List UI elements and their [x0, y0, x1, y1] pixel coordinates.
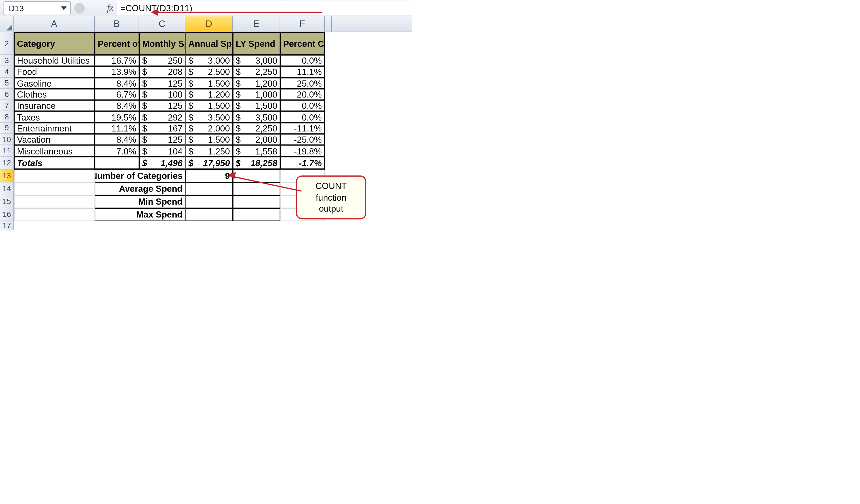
- cell-D10[interactable]: $1,500: [185, 134, 233, 145]
- cell-D15[interactable]: [185, 195, 233, 208]
- cell-D5[interactable]: $1,500: [185, 78, 233, 89]
- row-header-6[interactable]: 6: [0, 89, 14, 100]
- cell-A3[interactable]: Household Utilities: [14, 55, 95, 66]
- row-header-14[interactable]: 14: [0, 182, 14, 195]
- cell-E5[interactable]: $1,200: [233, 78, 280, 89]
- cell-C11[interactable]: $104: [139, 145, 186, 156]
- col-header-G[interactable]: [325, 16, 332, 31]
- row-header-11[interactable]: 11: [0, 145, 14, 156]
- header-ly-spend[interactable]: LY Spend: [233, 32, 280, 55]
- col-header-E[interactable]: E: [233, 16, 280, 31]
- cell-B5[interactable]: 8.4%: [95, 78, 139, 89]
- cell-E12-total[interactable]: $18,258: [233, 156, 280, 169]
- cell-E4[interactable]: $2,250: [233, 66, 280, 77]
- cell-B4[interactable]: 13.9%: [95, 66, 139, 77]
- cell-A15[interactable]: [14, 195, 95, 208]
- cell-C10[interactable]: $125: [139, 134, 186, 145]
- row-header-16[interactable]: 16: [0, 208, 14, 221]
- col-header-A[interactable]: A: [14, 16, 95, 31]
- cell-D16[interactable]: [185, 208, 233, 221]
- cell-D9[interactable]: $2,000: [185, 123, 233, 134]
- row-header-9[interactable]: 9: [0, 123, 14, 134]
- cell-D12-total[interactable]: $17,950: [185, 156, 233, 169]
- cell-E14[interactable]: [233, 182, 280, 195]
- cell-F5[interactable]: 25.0%: [280, 78, 325, 89]
- cell-C3[interactable]: $250: [139, 55, 186, 66]
- header-percent-change[interactable]: Percent Change: [280, 32, 325, 55]
- cell-BC15-label[interactable]: Min Spend: [95, 195, 185, 208]
- name-box[interactable]: D13: [4, 1, 71, 15]
- cell-E10[interactable]: $2,000: [233, 134, 280, 145]
- row-header-8[interactable]: 8: [0, 111, 14, 123]
- cell-A16[interactable]: [14, 208, 95, 221]
- select-all-corner[interactable]: [0, 16, 14, 31]
- cell-B8[interactable]: 19.5%: [95, 111, 139, 123]
- cell-F10[interactable]: -25.0%: [280, 134, 325, 145]
- cell-A10[interactable]: Vacation: [14, 134, 95, 145]
- cell-D14[interactable]: [185, 182, 233, 195]
- cell-A13[interactable]: [14, 169, 95, 182]
- row-header-17[interactable]: 17: [0, 221, 14, 230]
- cell-D8[interactable]: $3,500: [185, 111, 233, 123]
- cell-D4[interactable]: $2,500: [185, 66, 233, 77]
- cell-E11[interactable]: $1,558: [233, 145, 280, 156]
- cell-D7[interactable]: $1,500: [185, 100, 233, 111]
- cell-F8[interactable]: 0.0%: [280, 111, 325, 123]
- col-header-B[interactable]: B: [95, 16, 139, 31]
- header-percent-total[interactable]: Percent of Total: [95, 32, 139, 55]
- cell-C7[interactable]: $125: [139, 100, 186, 111]
- cell-B11[interactable]: 7.0%: [95, 145, 139, 156]
- name-box-dropdown-icon[interactable]: [61, 6, 67, 10]
- cell-D6[interactable]: $1,200: [185, 89, 233, 100]
- cell-E3[interactable]: $3,000: [233, 55, 280, 66]
- cell-row17[interactable]: [14, 221, 332, 230]
- cell-F3[interactable]: 0.0%: [280, 55, 325, 66]
- cell-A12-totals[interactable]: Totals: [14, 156, 95, 169]
- cell-BC16-label[interactable]: Max Spend: [95, 208, 185, 221]
- cancel-formula-icon[interactable]: [74, 2, 85, 13]
- cell-A14[interactable]: [14, 182, 95, 195]
- cell-BC13-label[interactable]: Number of Categories: [95, 169, 185, 182]
- row-header-5[interactable]: 5: [0, 78, 14, 89]
- header-category[interactable]: Category: [14, 32, 95, 55]
- cell-C5[interactable]: $125: [139, 78, 186, 89]
- row-header-10[interactable]: 10: [0, 134, 14, 145]
- cell-BC14-label[interactable]: Average Spend: [95, 182, 185, 195]
- cell-B10[interactable]: 8.4%: [95, 134, 139, 145]
- cell-A7[interactable]: Insurance: [14, 100, 95, 111]
- cell-C12-total[interactable]: $1,496: [139, 156, 186, 169]
- cell-A5[interactable]: Gasoline: [14, 78, 95, 89]
- cell-B3[interactable]: 16.7%: [95, 55, 139, 66]
- cell-B9[interactable]: 11.1%: [95, 123, 139, 134]
- row-header-3[interactable]: 3: [0, 55, 14, 66]
- row-header-4[interactable]: 4: [0, 66, 14, 77]
- cell-E8[interactable]: $3,500: [233, 111, 280, 123]
- row-header-15[interactable]: 15: [0, 195, 14, 208]
- fx-icon[interactable]: fx: [107, 3, 114, 13]
- cell-F4[interactable]: 11.1%: [280, 66, 325, 77]
- header-monthly-spend[interactable]: Monthly Spend: [139, 32, 186, 55]
- cell-E16[interactable]: [233, 208, 280, 221]
- cell-C8[interactable]: $292: [139, 111, 186, 123]
- row-header-7[interactable]: 7: [0, 100, 14, 111]
- cell-E6[interactable]: $1,000: [233, 89, 280, 100]
- cell-C6[interactable]: $100: [139, 89, 186, 100]
- col-header-F[interactable]: F: [280, 16, 325, 31]
- cell-A4[interactable]: Food: [14, 66, 95, 77]
- cell-A8[interactable]: Taxes: [14, 111, 95, 123]
- cell-E15[interactable]: [233, 195, 280, 208]
- cell-E7[interactable]: $1,500: [233, 100, 280, 111]
- cell-B6[interactable]: 6.7%: [95, 89, 139, 100]
- cell-D3[interactable]: $3,000: [185, 55, 233, 66]
- col-header-D[interactable]: D: [185, 16, 233, 31]
- cell-B7[interactable]: 8.4%: [95, 100, 139, 111]
- cell-B12[interactable]: [95, 156, 139, 169]
- cell-F11[interactable]: -19.8%: [280, 145, 325, 156]
- cell-A11[interactable]: Miscellaneous: [14, 145, 95, 156]
- cell-D13[interactable]: 9: [185, 169, 233, 182]
- cell-F12-total[interactable]: -1.7%: [280, 156, 325, 169]
- cell-D11[interactable]: $1,250: [185, 145, 233, 156]
- cell-A9[interactable]: Entertainment: [14, 123, 95, 134]
- col-header-C[interactable]: C: [139, 16, 186, 31]
- cell-A6[interactable]: Clothes: [14, 89, 95, 100]
